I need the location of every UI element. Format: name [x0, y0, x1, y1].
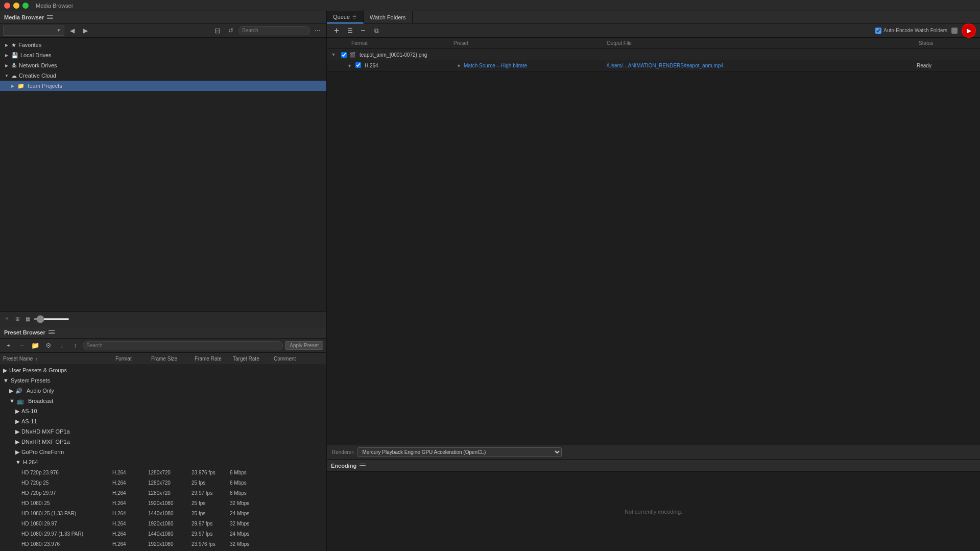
- subitem-checkbox[interactable]: [355, 62, 361, 68]
- import-preset-button[interactable]: ↓: [56, 341, 67, 351]
- tree-item-favorites[interactable]: ▶ ★ Favorites: [0, 40, 326, 50]
- preset-row[interactable]: HD 1080i 23.976 H.264 1920x1080 23.976 f…: [0, 539, 326, 549]
- subitem-preset[interactable]: Match Source – High bitrate: [464, 63, 607, 68]
- preset-row[interactable]: HD 720p 29.97 H.264 1280x720 29.97 fps 6…: [0, 488, 326, 498]
- thumb-view-button[interactable]: ▦: [23, 315, 32, 323]
- group-system-presets[interactable]: ▼ System Presets: [0, 375, 326, 386]
- dnxhd-label: DNxHD MXF OP1a: [21, 428, 70, 435]
- media-browser-menu-icon[interactable]: [47, 14, 54, 21]
- queue-column-headers: Format Preset Output File Status: [327, 38, 980, 49]
- start-encode-button[interactable]: ▶: [962, 23, 976, 38]
- preset-rows: HD 720p 23.976 H.264 1280x720 23.976 fps…: [0, 467, 326, 551]
- tree-item-team-projects[interactable]: ▶ 📁 Team Projects: [0, 81, 326, 91]
- queue-toolbar: + ☰ − ⧉ Auto-Encode Watch Folders ▶: [327, 23, 980, 38]
- subitem-status: Ready: [917, 63, 978, 68]
- maximize-button[interactable]: [22, 3, 29, 9]
- filter-button[interactable]: ⊟: [212, 26, 223, 36]
- tree-item-local-drives[interactable]: ▶ 💾 Local Drives: [0, 50, 326, 60]
- group-audio-only[interactable]: ▶ 🔊 Audio Only: [0, 386, 326, 396]
- preset-browser-menu-icon[interactable]: [49, 329, 56, 336]
- audio-only-label: Audio Only: [27, 388, 54, 394]
- close-button[interactable]: [4, 3, 10, 9]
- folder-button[interactable]: 📁: [30, 341, 41, 351]
- tab-watch-folders[interactable]: Watch Folders: [364, 11, 413, 23]
- favorites-label: Favorites: [18, 42, 41, 48]
- encoding-area: Encoding Not currently encoding.: [327, 459, 980, 551]
- stop-button[interactable]: [951, 28, 958, 34]
- remove-item-button[interactable]: −: [357, 26, 369, 36]
- nav-back-button[interactable]: ◀: [66, 26, 78, 36]
- preset-row[interactable]: HD 1080i 25 H.264 1920x1080 25 fps 32 Mb…: [0, 498, 326, 508]
- encoding-menu-icon[interactable]: [360, 462, 367, 469]
- list-view-button[interactable]: ≡: [3, 315, 11, 323]
- settings-preset-button[interactable]: ⚙: [43, 341, 54, 351]
- broadcast-label: Broadcast: [28, 398, 54, 404]
- media-toolbar: ▼ ◀ ▶ ⊟ ↺ ⋯: [0, 23, 326, 38]
- preset-browser-title: Preset Browser: [4, 329, 45, 336]
- col-header-format: Format: [112, 356, 148, 362]
- queue-item-teapot-header[interactable]: ▼ 🎬 teapot_anm_{0001-0072}.png: [327, 49, 980, 60]
- preset-browser-panel: Preset Browser + − 📁 ⚙ ↓ ↑ Apply Preset: [0, 326, 326, 551]
- h264-label: H.264: [23, 459, 38, 465]
- add-item-button[interactable]: +: [331, 26, 342, 36]
- preset-row[interactable]: HD 1080i 23.976 (1.33 PAR) H.264 1440x10…: [0, 549, 326, 551]
- queue-settings-button[interactable]: ☰: [344, 26, 355, 36]
- renderer-select[interactable]: Mercury Playback Engine GPU Acceleration…: [357, 447, 562, 457]
- encoding-header: Encoding: [327, 460, 980, 472]
- col-header-framerate: Frame Rate: [192, 356, 230, 362]
- group-dnxhr[interactable]: ▶ DNxHR MXF OP1a: [0, 437, 326, 447]
- remove-preset-button[interactable]: −: [16, 341, 28, 351]
- media-search-input[interactable]: [238, 26, 310, 35]
- queue-subitem-h264[interactable]: ▼ H.264 ▼ Match Source – High bitrate /U…: [327, 60, 980, 71]
- preset-search-input[interactable]: [83, 341, 283, 350]
- tree-item-network-drives[interactable]: ▶ 🖧 Network Drives: [0, 60, 326, 70]
- teapot-expand-icon[interactable]: ▼: [329, 52, 338, 57]
- tree-item-creative-cloud[interactable]: ▼ ☁ Creative Cloud: [0, 70, 326, 81]
- group-user-presets[interactable]: ▶ User Presets & Groups: [0, 365, 326, 375]
- queue-area: Queue ☰ Watch Folders + ☰ − ⧉ Auto-Encod…: [327, 11, 980, 445]
- group-as11[interactable]: ▶ AS-11: [0, 416, 326, 426]
- auto-encode-checkbox[interactable]: [875, 28, 881, 34]
- col-header-targetrate: Target Rate: [230, 356, 271, 362]
- subitem-format: H.264: [365, 63, 457, 68]
- favorites-arrow: ▶: [4, 42, 9, 47]
- right-panel: Queue ☰ Watch Folders + ☰ − ⧉ Auto-Encod…: [327, 11, 980, 551]
- add-preset-button[interactable]: +: [3, 341, 14, 351]
- encoding-title: Encoding: [331, 463, 356, 469]
- teapot-checkbox[interactable]: [341, 52, 347, 58]
- media-tree: ▶ ★ Favorites ▶ 💾 Local Drives ▶ 🖧 Netwo…: [0, 38, 326, 312]
- export-preset-button[interactable]: ↑: [69, 341, 81, 351]
- queue-tab-bar: Queue ☰ Watch Folders: [327, 11, 980, 23]
- media-location-dropdown[interactable]: ▼: [3, 26, 64, 36]
- tab-queue[interactable]: Queue ☰: [327, 11, 364, 23]
- minimize-button[interactable]: [13, 3, 19, 9]
- system-presets-label: System Presets: [11, 377, 50, 384]
- duplicate-item-button[interactable]: ⧉: [371, 26, 382, 36]
- preset-row[interactable]: HD 720p 25 H.264 1280x720 25 fps 6 Mbps: [0, 477, 326, 488]
- preset-columns-header: Preset Name ↑ Format Frame Size Frame Ra…: [0, 353, 326, 365]
- preset-toolbar: + − 📁 ⚙ ↓ ↑ Apply Preset: [0, 339, 326, 353]
- group-gopro[interactable]: ▶ GoPro CineForm: [0, 447, 326, 457]
- refresh-button[interactable]: ↺: [225, 26, 236, 36]
- media-footer: ≡ ⊞ ▦: [0, 312, 326, 326]
- dnxhr-label: DNxHR MXF OP1a: [21, 439, 70, 445]
- group-as10[interactable]: ▶ AS-10: [0, 406, 326, 416]
- preset-row[interactable]: HD 720p 23.976 H.264 1280x720 23.976 fps…: [0, 467, 326, 477]
- grid-view-button[interactable]: ⊞: [13, 315, 21, 323]
- queue-tab-menu-icon[interactable]: ☰: [352, 14, 357, 19]
- preset-row[interactable]: HD 1080i 29.97 (1.33 PAR) H.264 1440x108…: [0, 529, 326, 539]
- apply-preset-button[interactable]: Apply Preset: [285, 341, 323, 350]
- preset-row[interactable]: HD 1080i 29.97 H.264 1920x1080 29.97 fps…: [0, 518, 326, 529]
- team-projects-label: Team Projects: [27, 83, 62, 89]
- group-dnxhd[interactable]: ▶ DNxHD MXF OP1a: [0, 426, 326, 437]
- subitem-expand-icon[interactable]: ▼: [347, 63, 355, 68]
- zoom-slider[interactable]: [34, 318, 69, 320]
- creative-cloud-label: Creative Cloud: [19, 73, 56, 79]
- subitem-output[interactable]: /Users/…ANIMATION_RENDERS/teapot_anm.mp4: [607, 63, 917, 68]
- preset-row[interactable]: HD 1080i 25 (1.33 PAR) H.264 1440x1080 2…: [0, 508, 326, 518]
- more-options-button[interactable]: ⋯: [312, 26, 323, 36]
- group-h264[interactable]: ▼ H.264: [0, 457, 326, 467]
- nav-forward-button[interactable]: ▶: [80, 26, 91, 36]
- group-broadcast[interactable]: ▼ 📺 Broadcast: [0, 396, 326, 406]
- preset-tree: ▶ User Presets & Groups ▼ System Presets…: [0, 365, 326, 551]
